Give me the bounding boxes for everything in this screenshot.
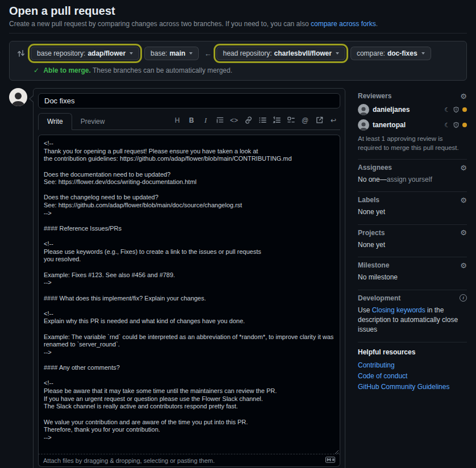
italic-icon[interactable]: I (199, 114, 212, 127)
pr-title-input[interactable] (38, 93, 340, 108)
reviewers-heading: Reviewers (358, 92, 391, 100)
subtitle-period: . (376, 20, 378, 28)
user-avatar (9, 88, 27, 106)
dropdown-caret-icon (189, 52, 193, 55)
dropdown-caret-icon (130, 52, 133, 55)
tasklist-icon[interactable] (284, 114, 298, 127)
milestone-heading: Milestone (358, 261, 389, 269)
gear-icon[interactable]: ⚙ (460, 262, 467, 269)
assignees-heading: Assignees (358, 164, 392, 172)
quote-icon[interactable] (213, 114, 227, 127)
tab-write[interactable]: Write (38, 113, 72, 130)
gear-icon[interactable]: ⚙ (460, 164, 467, 172)
attach-files-bar[interactable]: Attach files by dragging & dropping, sel… (38, 454, 340, 467)
reviewer-avatar (358, 119, 369, 131)
compare-branch-select[interactable]: compare: doc-fixes (350, 47, 431, 60)
reviewer-name: tanertopal (373, 121, 441, 129)
code-icon[interactable]: <> (227, 114, 241, 127)
unordered-list-icon[interactable] (256, 114, 269, 127)
heading-icon[interactable]: H (170, 114, 184, 127)
gear-icon[interactable]: ⚙ (460, 93, 467, 100)
busy-moon-icon: ☾ (444, 106, 450, 114)
base-branch-label: base: (151, 49, 167, 57)
page-subtitle: Create a new pull request by comparing c… (9, 20, 467, 28)
head-repository-select[interactable]: head repository: charlesbvll/flower (216, 47, 345, 60)
base-branch-select[interactable]: base: main (144, 47, 199, 60)
development-text: Use (358, 306, 372, 314)
open-pull-request-page: Open a pull request Create a new pull re… (0, 0, 476, 468)
bold-icon[interactable]: B (185, 114, 198, 127)
milestone-empty-text: No milestone (358, 273, 467, 282)
compare-branch-label: compare: (357, 49, 385, 57)
ordered-list-icon[interactable] (270, 114, 283, 127)
reviewer-row[interactable]: tanertopal ☾ (358, 119, 467, 131)
gear-icon[interactable]: ⚙ (460, 197, 467, 204)
contributing-link[interactable]: Contributing (358, 360, 467, 370)
development-heading: Development (358, 294, 400, 302)
base-repository-label: base repository: (37, 49, 85, 57)
subtitle-text: Create a new pull request by comparing c… (9, 20, 311, 28)
cross-reference-icon[interactable] (312, 114, 326, 127)
projects-heading: Projects (358, 229, 385, 237)
base-repository-value: adap/flower (87, 49, 126, 57)
reviewers-note: At least 1 approving review is required … (358, 135, 467, 152)
assignees-empty-text: No one— (358, 176, 387, 183)
markdown-icon (325, 457, 335, 464)
reviewer-name: danieljanes (373, 106, 441, 114)
labels-section: Labels ⚙ None yet (358, 192, 467, 224)
pending-review-dot-icon (462, 123, 467, 127)
pr-description-textarea[interactable]: <!-- Thank you for opening a pull reques… (38, 135, 340, 454)
editor-tabs: Write Preview H B I <> (38, 113, 340, 130)
dropdown-caret-icon (336, 52, 339, 55)
merge-status-strong: Able to merge. (43, 66, 90, 74)
merge-direction-arrow-icon: ← (204, 49, 211, 58)
mention-icon[interactable]: @ (298, 114, 312, 127)
info-icon[interactable]: i (460, 294, 467, 302)
assignees-section: Assignees ⚙ No one—assign yourself (358, 160, 467, 192)
merge-status: ✓ Able to merge. These branches can be a… (34, 66, 460, 74)
head-repository-value: charlesbvll/flower (274, 49, 332, 57)
pr-editor-card: Write Preview H B I <> (33, 88, 345, 468)
link-icon[interactable] (241, 114, 255, 127)
compare-branch-value: doc-fixes (387, 49, 417, 57)
assign-yourself-link[interactable]: assign yourself (387, 176, 432, 183)
pr-sidebar: Reviewers ⚙ danieljanes ☾ tanertopal (358, 88, 467, 399)
merge-status-text: These branches can be automatically merg… (93, 66, 232, 74)
milestone-section: Milestone ⚙ No milestone (358, 257, 467, 290)
pending-review-dot-icon (462, 107, 467, 112)
base-repository-select[interactable]: base repository: adap/flower (31, 47, 139, 60)
reviewer-row[interactable]: danieljanes ☾ (358, 104, 467, 115)
tab-preview[interactable]: Preview (72, 114, 114, 129)
reviewer-avatar (358, 104, 369, 115)
community-guidelines-link[interactable]: GitHub Community Guidelines (358, 382, 467, 392)
helpful-resources-section: Helpful resources Contributing Code of c… (358, 342, 467, 399)
attach-files-hint: Attach files by dragging & dropping, sel… (43, 457, 215, 464)
labels-empty-text: None yet (358, 207, 467, 217)
reply-icon[interactable]: ↩ (327, 114, 340, 127)
development-section: Development i Use Closing keywords in th… (358, 290, 467, 342)
header-divider (9, 33, 467, 34)
page-title: Open a pull request (9, 5, 467, 18)
head-repository-label: head repository: (223, 49, 272, 57)
helpful-resources-heading: Helpful resources (358, 348, 467, 356)
git-compare-icon (16, 49, 26, 58)
branch-selector-bar: base repository: adap/flower base: main … (9, 41, 467, 81)
shield-icon (453, 122, 460, 129)
reviewers-section: Reviewers ⚙ danieljanes ☾ tanertopal (358, 88, 467, 160)
code-of-conduct-link[interactable]: Code of conduct (358, 371, 467, 381)
check-icon: ✓ (34, 66, 39, 74)
busy-moon-icon: ☾ (444, 122, 450, 129)
markdown-toolbar: H B I <> (170, 114, 340, 129)
labels-heading: Labels (358, 196, 379, 204)
shield-icon (453, 106, 460, 114)
dropdown-caret-icon (421, 52, 425, 55)
base-branch-value: main (169, 49, 185, 57)
gear-icon[interactable]: ⚙ (460, 229, 467, 236)
projects-section: Projects ⚙ None yet (358, 225, 467, 257)
compare-across-forks-link[interactable]: compare across forks (311, 20, 376, 28)
projects-empty-text: None yet (358, 240, 467, 250)
closing-keywords-link[interactable]: Closing keywords (372, 306, 425, 314)
